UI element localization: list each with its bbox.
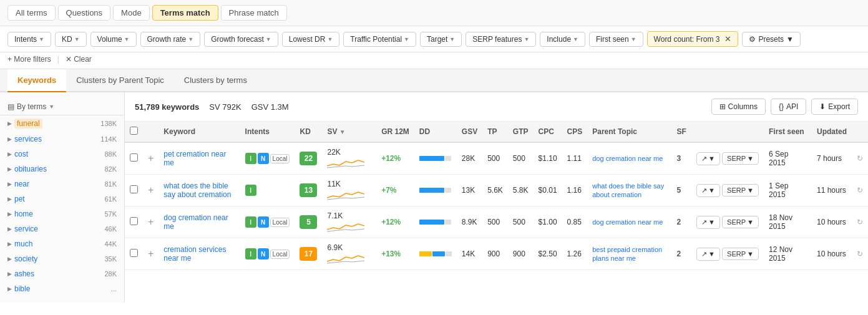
- export-button[interactable]: ⬇ Export: [811, 99, 858, 115]
- filter-growth-forecast[interactable]: Growth forecast ▼: [204, 32, 278, 47]
- cps-value: 1.11: [567, 154, 582, 163]
- parent-topic-link[interactable]: dog cremation near me: [592, 218, 663, 226]
- sidebar-item[interactable]: ▶home57K: [0, 206, 124, 221]
- header-first-seen[interactable]: First seen: [764, 122, 812, 142]
- row-checkbox[interactable]: [130, 249, 138, 257]
- row-checkbox[interactable]: [130, 185, 138, 193]
- header-keyword[interactable]: Keyword: [158, 122, 240, 142]
- refresh-cell[interactable]: ↻: [852, 142, 868, 175]
- word-count-chip[interactable]: Word count: From 3 ✕: [647, 31, 739, 47]
- filter-volume[interactable]: Volume ▼: [90, 32, 137, 47]
- filter-target[interactable]: Target ▼: [420, 32, 462, 47]
- sidebar-item[interactable]: ▶obituaries82K: [0, 162, 124, 177]
- sidebar-item[interactable]: ▶bible...: [0, 281, 124, 296]
- tab-terms-match[interactable]: Terms match: [152, 5, 218, 21]
- sidebar-item[interactable]: ▶much44K: [0, 236, 124, 251]
- header-select-all[interactable]: [125, 122, 143, 142]
- sidebar-header[interactable]: ▤ By terms ▼: [0, 99, 124, 115]
- refresh-icon[interactable]: ↻: [857, 250, 863, 258]
- filter-intents[interactable]: Intents ▼: [7, 32, 51, 47]
- presets-button[interactable]: ⚙ Presets ▼: [742, 32, 801, 47]
- parent-topic-link[interactable]: dog cremation near me: [592, 155, 663, 162]
- refresh-icon[interactable]: ↻: [857, 154, 863, 163]
- header-gtp[interactable]: GTP: [508, 122, 534, 142]
- header-cps[interactable]: CPS: [562, 122, 588, 142]
- tab-questions[interactable]: Questions: [58, 5, 111, 21]
- refresh-icon[interactable]: ↻: [857, 218, 863, 226]
- sidebar-item[interactable]: ▶cost88K: [0, 147, 124, 162]
- tab-keywords[interactable]: Keywords: [7, 69, 66, 92]
- sidebar-item[interactable]: ▶services114K: [0, 132, 124, 147]
- sidebar-item-count: 114K: [100, 135, 117, 143]
- tab-clusters-terms[interactable]: Clusters by terms: [174, 69, 257, 92]
- tp-cell: 500: [482, 142, 508, 175]
- trend-button[interactable]: ↗ ▼: [696, 152, 720, 165]
- stats-right: ⊞ Columns {} API ⬇ Export: [711, 99, 858, 115]
- intent-local-badge: Local: [270, 218, 290, 227]
- keyword-link[interactable]: what does the bible say about cremation: [163, 182, 231, 199]
- sidebar-item[interactable]: ▶ashes28K: [0, 266, 124, 281]
- columns-button[interactable]: ⊞ Columns: [711, 99, 766, 115]
- trend-button[interactable]: ↗ ▼: [696, 216, 720, 229]
- serp-button[interactable]: SERP ▼: [722, 184, 759, 196]
- trend-button[interactable]: ↗ ▼: [696, 248, 720, 261]
- gtp-value: 5.8K: [513, 186, 529, 195]
- filter-kd[interactable]: KD ▼: [55, 32, 87, 47]
- parent-topic-link[interactable]: best prepaid cremation plans near me: [592, 246, 662, 262]
- close-chip-icon[interactable]: ✕: [724, 34, 731, 44]
- kd-badge: 5: [300, 215, 317, 229]
- header-dd[interactable]: DD: [414, 122, 457, 142]
- serp-button[interactable]: SERP ▼: [722, 152, 759, 165]
- actions-cell: ↗ ▼ SERP ▼: [691, 238, 764, 270]
- header-updated[interactable]: Updated: [812, 122, 852, 142]
- tab-all-terms[interactable]: All terms: [7, 5, 56, 21]
- trend-button[interactable]: ↗ ▼: [696, 184, 720, 197]
- header-gr12m[interactable]: GR 12M: [376, 122, 414, 142]
- keyword-link[interactable]: cremation services near me: [163, 245, 226, 263]
- sidebar-item[interactable]: ▶society35K: [0, 251, 124, 266]
- api-button[interactable]: {} API: [771, 99, 806, 115]
- chevron-down-icon: ▼: [747, 155, 754, 162]
- serp-button[interactable]: SERP ▼: [722, 216, 759, 228]
- header-sv[interactable]: SV ▼: [322, 122, 376, 142]
- header-kd[interactable]: KD: [295, 122, 322, 142]
- tab-phrase-match[interactable]: Phrase match: [221, 5, 287, 21]
- filter-first-seen[interactable]: First seen ▼: [589, 32, 643, 47]
- row-checkbox[interactable]: [130, 217, 138, 225]
- more-filters-button[interactable]: + More filters: [7, 55, 51, 64]
- refresh-cell[interactable]: ↻: [852, 206, 868, 238]
- header-sf[interactable]: SF: [672, 122, 691, 142]
- row-checkbox[interactable]: [130, 153, 138, 162]
- filter-traffic-potential[interactable]: Traffic Potential ▼: [343, 32, 416, 47]
- row-add-cell[interactable]: +: [143, 238, 158, 270]
- sidebar-item[interactable]: ▶funeral138K: [0, 115, 124, 132]
- refresh-cell[interactable]: ↻: [852, 175, 868, 206]
- clear-filters-button[interactable]: ✕ Clear: [66, 55, 92, 64]
- filter-serp-features[interactable]: SERP features ▼: [466, 32, 536, 47]
- filter-include[interactable]: Include ▼: [540, 32, 585, 47]
- keyword-link[interactable]: pet cremation near me: [163, 150, 226, 167]
- header-parent-topic[interactable]: Parent Topic: [587, 122, 671, 142]
- row-add-cell[interactable]: +: [143, 142, 158, 175]
- header-intents[interactable]: Intents: [240, 122, 295, 142]
- filter-growth-rate[interactable]: Growth rate ▼: [140, 32, 201, 47]
- header-cpc[interactable]: CPC: [534, 122, 562, 142]
- row-add-cell[interactable]: +: [143, 206, 158, 238]
- sidebar-item[interactable]: ▶near81K: [0, 177, 124, 191]
- tab-clusters-parent[interactable]: Clusters by Parent Topic: [66, 69, 174, 92]
- refresh-icon[interactable]: ↻: [857, 186, 863, 195]
- parent-topic-link[interactable]: what does the bible say about cremation: [592, 182, 664, 198]
- header-gsv[interactable]: GSV: [457, 122, 482, 142]
- first-seen-value: 12 Nov 2015: [769, 245, 792, 263]
- header-tp[interactable]: TP: [482, 122, 508, 142]
- tab-mode[interactable]: Mode: [113, 5, 150, 21]
- serp-button[interactable]: SERP ▼: [722, 248, 759, 260]
- sv-cell: 6.9K: [322, 238, 376, 270]
- filter-lowest-dr[interactable]: Lowest DR ▼: [282, 32, 340, 47]
- sidebar-item[interactable]: ▶pet61K: [0, 191, 124, 206]
- row-add-cell[interactable]: +: [143, 175, 158, 206]
- refresh-cell[interactable]: ↻: [852, 238, 868, 270]
- keyword-link[interactable]: dog cremation near me: [163, 213, 228, 231]
- select-all-checkbox[interactable]: [130, 127, 138, 135]
- sidebar-item[interactable]: ▶service46K: [0, 221, 124, 236]
